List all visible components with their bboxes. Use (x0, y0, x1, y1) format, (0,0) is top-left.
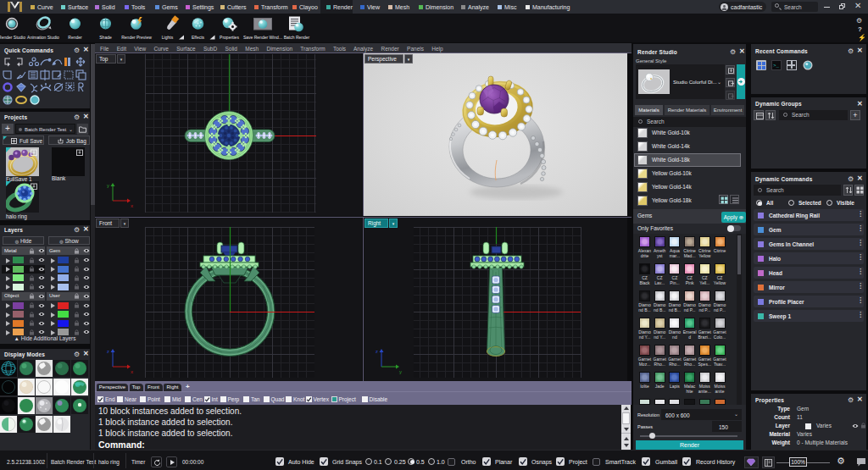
svg-text:z: z (376, 349, 378, 354)
svg-text:z: z (107, 349, 109, 354)
svg-text:x: x (131, 369, 133, 374)
svg-text:y: y (399, 369, 402, 374)
svg-text:y: y (107, 183, 109, 188)
svg-text:x: x (131, 203, 133, 208)
